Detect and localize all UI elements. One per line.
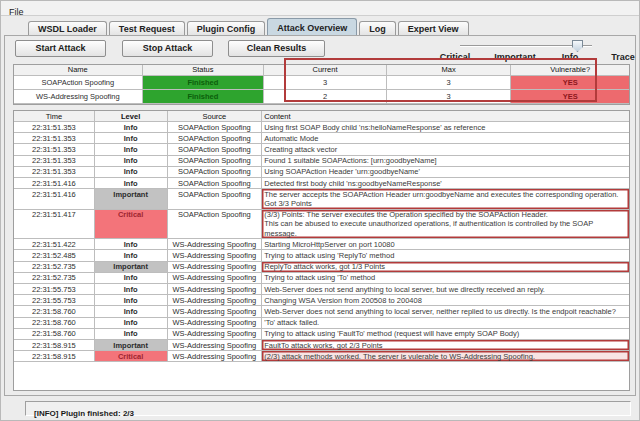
log-cell-time: 22:31:51.353 [14, 156, 95, 167]
log-cell-content: Trying to attack using 'ReplyTo' method [262, 250, 629, 261]
log-row[interactable]: 22:31:58.760InfoWS-Addressing SpoofingTr… [14, 329, 629, 340]
attack-col-max[interactable]: Max [387, 65, 512, 76]
log-cell-source: SOAPAction Spoofing [168, 122, 263, 133]
attack-results-table: NameStatusCurrentMaxVulnerable? SOAPActi… [13, 64, 630, 105]
attack-col-current[interactable]: Current [264, 65, 387, 76]
app-window: File WSDL LoaderTest RequestPlugin Confi… [0, 0, 640, 421]
log-row[interactable]: 22:31:51.422InfoWS-Addressing SpoofingSt… [14, 239, 629, 250]
log-row[interactable]: 22:31:51.416InfoSOAPAction SpoofingDetec… [14, 178, 629, 189]
log-cell-source: SOAPAction Spoofing [168, 210, 263, 240]
log-row[interactable]: 22:31:52.735InfoWS-Addressing SpoofingTr… [14, 273, 629, 284]
log-cell-time: 22:31:51.422 [14, 239, 95, 250]
status-bar: [INFO] Plugin finished: 2/3 [25, 401, 631, 416]
clean-results-button[interactable]: Clean Results [228, 40, 325, 57]
attack-cell: WS-Addressing Spoofing [14, 90, 143, 104]
log-cell-level: Info [95, 156, 168, 167]
log-col-content[interactable]: Content [262, 111, 629, 122]
attack-cell: YES [511, 76, 629, 90]
log-cell-source: WS-Addressing Spoofing [168, 306, 263, 317]
log-row[interactable]: 22:31:58.915ImportantWS-Addressing Spoof… [14, 340, 629, 351]
log-cell-source: WS-Addressing Spoofing [168, 239, 263, 250]
log-row[interactable]: 22:31:51.353InfoSOAPAction SpoofingFound… [14, 156, 629, 167]
attack-cell: YES [511, 90, 629, 104]
log-row[interactable]: 22:31:51.353InfoSOAPAction SpoofingCreat… [14, 144, 629, 155]
tab-log[interactable]: Log [359, 21, 396, 36]
log-cell-time: 22:31:58.915 [14, 351, 95, 362]
log-cell-source: WS-Addressing Spoofing [168, 273, 263, 284]
tab-wsdl-loader[interactable]: WSDL Loader [28, 21, 107, 36]
log-cell-source: WS-Addressing Spoofing [168, 284, 263, 295]
log-cell-time: 22:31:55.753 [14, 295, 95, 306]
log-cell-source: WS-Addressing Spoofing [168, 329, 263, 340]
log-cell-level: Info [95, 133, 168, 144]
tab-attack-overview[interactable]: Attack Overview [267, 18, 357, 36]
log-cell-time: 22:31:51.417 [14, 210, 95, 240]
menu-bar: File [1, 1, 639, 16]
log-col-time[interactable]: Time [14, 111, 95, 122]
log-cell-time: 22:31:52.485 [14, 250, 95, 261]
log-cell-level: Info [95, 318, 168, 329]
log-row[interactable]: 22:31:55.753InfoWS-Addressing SpoofingWe… [14, 284, 629, 295]
log-row[interactable]: 22:31:51.353InfoSOAPAction SpoofingUsing… [14, 167, 629, 178]
log-cell-level: Info [95, 306, 168, 317]
attack-cell: 3 [264, 76, 387, 90]
stop-attack-button[interactable]: Stop Attack [122, 40, 213, 57]
log-cell-content: Web-Server does not send anything to loc… [262, 284, 629, 295]
attack-row[interactable]: WS-Addressing SpoofingFinished23YES [14, 90, 629, 104]
log-cell-content: FaultTo attack works, got 2/3 Points [262, 340, 629, 351]
log-row[interactable]: 22:31:51.353InfoSOAPAction SpoofingAutom… [14, 133, 629, 144]
log-cell-content: Trying to attack using 'FaultTo' method … [262, 329, 629, 340]
attack-col-status[interactable]: Status [143, 65, 265, 76]
log-cell-source: SOAPAction Spoofing [168, 189, 263, 209]
log-cell-time: 22:31:51.416 [14, 178, 95, 189]
log-cell-content: (3/3) Points: The server executes the Op… [262, 210, 629, 240]
menu-file[interactable]: File [1, 5, 30, 17]
attack-cell: 3 [387, 90, 512, 104]
log-cell-time: 22:31:51.353 [14, 122, 95, 133]
log-cell-content: Automatic Mode [262, 133, 629, 144]
tab-test-request[interactable]: Test Request [109, 21, 185, 36]
attack-cell: Finished [143, 90, 265, 104]
log-cell-level: Info [95, 295, 168, 306]
log-cell-time: 22:31:52.735 [14, 262, 95, 273]
log-cell-level: Important [95, 189, 168, 209]
log-cell-content: 'To' attack failed. [262, 318, 629, 329]
log-cell-level: Info [95, 284, 168, 295]
log-cell-source: WS-Addressing Spoofing [168, 318, 263, 329]
attack-col-vulnerable[interactable]: Vulnerable? [511, 65, 629, 76]
log-col-source[interactable]: Source [168, 111, 263, 122]
start-attack-button[interactable]: Start Attack [15, 40, 106, 57]
log-cell-source: SOAPAction Spoofing [168, 178, 263, 189]
log-row[interactable]: 22:31:58.915CriticalWS-Addressing Spoofi… [14, 351, 629, 362]
log-cell-time: 22:31:55.753 [14, 284, 95, 295]
log-row[interactable]: 22:31:52.485InfoWS-Addressing SpoofingTr… [14, 250, 629, 261]
log-cell-content: (2/3) attack methods worked. The server … [262, 351, 629, 362]
log-cell-source: SOAPAction Spoofing [168, 133, 263, 144]
log-row[interactable]: 22:31:52.735ImportantWS-Addressing Spoof… [14, 262, 629, 273]
log-col-level[interactable]: Level [95, 111, 168, 122]
log-cell-level: Info [95, 329, 168, 340]
log-row[interactable]: 22:31:55.753InfoWS-Addressing SpoofingCh… [14, 295, 629, 306]
log-row[interactable]: 22:31:51.416ImportantSOAPAction Spoofing… [14, 189, 629, 209]
log-row[interactable]: 22:31:58.760InfoWS-Addressing SpoofingWe… [14, 306, 629, 317]
log-cell-source: WS-Addressing Spoofing [168, 340, 263, 351]
tab-expert-view[interactable]: Expert View [398, 21, 469, 36]
attack-row[interactable]: SOAPAction SpoofingFinished33YES [14, 76, 629, 90]
log-cell-level: Important [95, 340, 168, 351]
log-cell-level: Info [95, 273, 168, 284]
log-row[interactable]: 22:31:51.417CriticalSOAPAction Spoofing(… [14, 210, 629, 240]
attack-table-body: SOAPAction SpoofingFinished33YESWS-Addre… [14, 76, 629, 104]
log-table-body: 22:31:51.353InfoSOAPAction SpoofingUsing… [14, 122, 629, 362]
log-cell-time: 22:31:58.760 [14, 329, 95, 340]
attack-table-header: NameStatusCurrentMaxVulnerable? [14, 65, 629, 76]
tab-plugin-config[interactable]: Plugin Config [187, 21, 266, 36]
log-cell-content: ReplyTo attack works, got 1/3 Points [262, 262, 629, 273]
log-cell-time: 22:31:51.416 [14, 189, 95, 209]
log-row[interactable]: 22:31:58.760InfoWS-Addressing Spoofing'T… [14, 318, 629, 329]
tab-strip: WSDL LoaderTest RequestPlugin ConfigAtta… [28, 18, 471, 36]
attack-cell: 3 [387, 76, 512, 90]
log-row[interactable]: 22:31:51.353InfoSOAPAction SpoofingUsing… [14, 122, 629, 133]
attack-col-name[interactable]: Name [14, 65, 143, 76]
slider-label-info: Info [562, 52, 579, 62]
log-cell-source: SOAPAction Spoofing [168, 144, 263, 155]
